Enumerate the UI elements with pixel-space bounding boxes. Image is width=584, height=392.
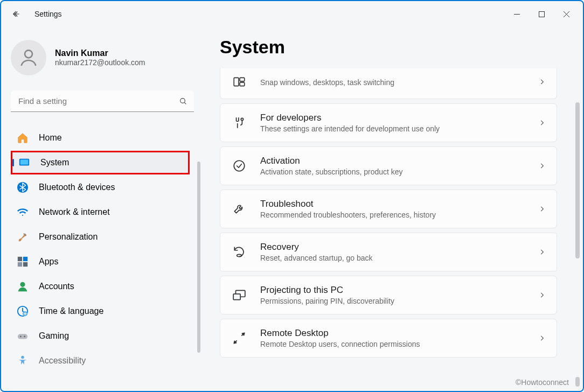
svg-rect-25 <box>233 294 240 300</box>
card-title: Troubleshoot <box>260 199 538 209</box>
minimize-button[interactable] <box>504 5 529 23</box>
svg-point-15 <box>20 336 22 338</box>
account-icon <box>16 280 29 293</box>
card-title: Remote Desktop <box>260 328 538 339</box>
sidebar-item-personalization[interactable]: Personalization <box>11 225 190 249</box>
card-recovery[interactable]: Recovery Reset, advanced startup, go bac… <box>220 233 557 271</box>
sidebar-item-system[interactable]: System <box>11 151 190 174</box>
sidebar-item-bluetooth[interactable]: Bluetooth & devices <box>11 176 190 199</box>
remote-icon <box>231 330 247 346</box>
settings-list: Snap windows, desktops, task switching F… <box>220 68 567 385</box>
minimize-icon <box>514 11 520 17</box>
sidebar-item-label: Network & internet <box>39 207 110 217</box>
troubleshoot-icon <box>231 201 247 217</box>
home-icon <box>16 131 29 144</box>
sidebar-item-label: Home <box>39 133 62 143</box>
recovery-icon <box>231 244 247 260</box>
chevron-right-icon <box>538 162 546 170</box>
card-multitasking[interactable]: Snap windows, desktops, task switching <box>220 68 557 99</box>
arrow-left-icon <box>11 9 21 19</box>
activation-icon <box>231 158 247 174</box>
nav: Home System Bluetooth & devices Network … <box>11 126 194 373</box>
sidebar-item-apps[interactable]: Apps <box>11 250 190 274</box>
sidebar-item-label: Accounts <box>39 282 74 291</box>
card-developers[interactable]: For developers These settings are intend… <box>220 103 557 142</box>
user-block[interactable]: Navin Kumar nkumar2172@outlook.com <box>11 37 194 86</box>
apps-icon <box>16 255 29 268</box>
svg-rect-1 <box>539 11 544 17</box>
svg-rect-8 <box>23 257 27 261</box>
watermark: ©Howtoconnect <box>516 378 569 387</box>
main-panel: System Snap windows, desktops, task swit… <box>200 27 583 391</box>
window-controls <box>504 5 579 23</box>
svg-rect-9 <box>18 262 22 267</box>
card-title: Projecting to this PC <box>260 285 538 296</box>
card-subtitle: Recommended troubleshooters, preferences… <box>260 211 538 219</box>
sidebar-item-home[interactable]: Home <box>11 126 190 150</box>
svg-point-2 <box>25 50 32 58</box>
developer-icon <box>231 115 247 131</box>
svg-point-11 <box>20 282 25 287</box>
sidebar-item-label: Bluetooth & devices <box>39 183 115 192</box>
sidebar: Navin Kumar nkumar2172@outlook.com Home <box>1 27 200 391</box>
card-remote[interactable]: Remote Desktop Remote Desktop users, con… <box>220 319 557 358</box>
search-input[interactable] <box>11 90 194 112</box>
sidebar-item-label: Time & language <box>39 306 103 316</box>
close-button[interactable] <box>554 5 579 23</box>
card-troubleshoot[interactable]: Troubleshoot Recommended troubleshooters… <box>220 190 557 228</box>
sidebar-item-network[interactable]: Network & internet <box>11 200 190 224</box>
gaming-icon <box>16 330 29 342</box>
user-name: Navin Kumar <box>55 48 145 58</box>
card-projecting[interactable]: Projecting to this PC Permissions, pairi… <box>220 276 557 314</box>
svg-point-23 <box>237 254 242 256</box>
chevron-right-icon <box>538 78 546 86</box>
chevron-right-icon <box>538 334 546 342</box>
svg-rect-20 <box>240 82 245 86</box>
window-title: Settings <box>34 10 62 18</box>
time-icon <box>16 305 29 318</box>
maximize-button[interactable] <box>529 5 554 23</box>
card-subtitle: Snap windows, desktops, task switching <box>260 78 538 87</box>
accessibility-icon <box>16 354 29 367</box>
chevron-right-icon <box>538 291 546 299</box>
svg-rect-5 <box>20 160 29 165</box>
system-icon <box>18 156 31 169</box>
wifi-icon <box>16 206 29 219</box>
svg-rect-18 <box>234 78 239 86</box>
sidebar-item-accounts[interactable]: Accounts <box>11 275 190 298</box>
card-activation[interactable]: Activation Activation state, subscriptio… <box>220 146 557 185</box>
card-subtitle: These settings are intended for developm… <box>260 124 538 133</box>
card-subtitle: Permissions, pairing PIN, discoverabilit… <box>260 297 538 305</box>
sidebar-item-time[interactable]: Time & language <box>11 299 190 323</box>
main-scrollbar[interactable] <box>575 102 580 258</box>
chevron-right-icon <box>538 119 546 127</box>
titlebar: Settings <box>1 1 583 27</box>
card-subtitle: Activation state, subscriptions, product… <box>260 167 538 176</box>
svg-point-17 <box>21 356 24 359</box>
user-email: nkumar2172@outlook.com <box>55 58 145 67</box>
search-wrap <box>11 90 194 112</box>
back-button[interactable] <box>5 3 27 25</box>
svg-rect-14 <box>18 334 27 339</box>
svg-rect-7 <box>18 257 22 261</box>
sidebar-item-gaming[interactable]: Gaming <box>11 324 190 348</box>
projecting-icon <box>231 287 247 303</box>
sidebar-item-label: Personalization <box>39 232 98 242</box>
svg-rect-10 <box>23 262 27 267</box>
card-subtitle: Remote Desktop users, connection permiss… <box>260 340 538 348</box>
sidebar-item-accessibility[interactable]: Accessibility <box>11 349 190 373</box>
svg-rect-0 <box>514 14 520 15</box>
main-scrollbar-bottom[interactable] <box>575 377 580 387</box>
search-icon <box>179 97 187 106</box>
sidebar-item-label: System <box>40 158 69 167</box>
page-title: System <box>220 37 567 58</box>
svg-rect-19 <box>240 78 245 81</box>
sidebar-item-label: Accessibility <box>39 356 86 366</box>
svg-point-21 <box>241 118 243 120</box>
svg-point-3 <box>180 99 185 103</box>
bluetooth-icon <box>16 181 29 194</box>
card-title: Recovery <box>260 242 538 253</box>
person-icon <box>18 47 39 68</box>
sidebar-item-label: Gaming <box>39 331 69 341</box>
sidebar-item-label: Apps <box>39 257 58 267</box>
